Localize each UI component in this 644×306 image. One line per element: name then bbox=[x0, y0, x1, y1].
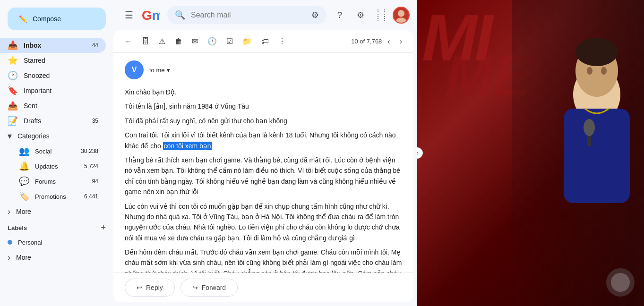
promotions-count: 6,441 bbox=[84, 193, 98, 200]
sidebar-item-forums[interactable]: 💬 Forums 94 bbox=[0, 174, 106, 189]
more-actions-button[interactable]: ⋮ bbox=[275, 34, 290, 49]
personal-label: Personal bbox=[18, 239, 42, 246]
stream-inner-circle bbox=[611, 273, 630, 292]
chevron-down-meta-icon: ▾ bbox=[167, 67, 170, 74]
stream-circle-decoration bbox=[606, 268, 635, 297]
delete-button[interactable]: 🗑 bbox=[171, 34, 186, 49]
svg-point-9 bbox=[587, 67, 592, 75]
search-icon[interactable]: 🔍 bbox=[175, 10, 185, 20]
stream-person-overlay bbox=[512, 0, 644, 306]
body-p5: Thằng bé rất thích xem bạn chơi game. Và… bbox=[125, 155, 402, 197]
labels-title: Labels bbox=[8, 224, 27, 231]
highlighted-text: con tôi xem bạn bbox=[163, 142, 212, 150]
sidebar-item-social[interactable]: 👥 Social 30,238 bbox=[0, 144, 106, 159]
sidebar-item-snoozed[interactable]: 🕐 Snoozed bbox=[0, 68, 106, 83]
body-p4: Con trai tôi. Tôi xin lỗi vì tôi biết kê… bbox=[125, 130, 402, 151]
svg-point-10 bbox=[601, 67, 607, 75]
updates-icon: 🔔 bbox=[19, 161, 29, 171]
categories-label: Categories bbox=[17, 132, 98, 140]
add-label-button[interactable]: + bbox=[101, 223, 106, 233]
sidebar-item-updates[interactable]: 🔔 Updates 5,724 bbox=[0, 159, 106, 174]
move-button[interactable]: 📁 bbox=[239, 34, 256, 49]
report-spam-button[interactable]: ⚠ bbox=[155, 34, 169, 49]
topbar-right: ? ⚙ ⋮⋮⋮⋮ bbox=[330, 6, 410, 25]
more-label: More bbox=[16, 208, 98, 215]
email-body: Xin chào bạn Độ. Tôi tên là [ẩn], sinh n… bbox=[125, 87, 402, 272]
reply-icon: ↩ bbox=[137, 284, 142, 291]
chevron-right2-icon: › bbox=[8, 253, 10, 263]
counter-text: 10 of 7,768 bbox=[351, 38, 382, 45]
sidebar-item-more2[interactable]: › More bbox=[0, 250, 106, 265]
archive-button[interactable]: 🗄 bbox=[138, 34, 153, 49]
help-button[interactable]: ? bbox=[330, 6, 349, 25]
forums-label: Forums bbox=[35, 178, 56, 185]
snoozed-icon: 🕐 bbox=[8, 70, 18, 81]
sidebar: ✏️ Compose 📥 Inbox 44 ⭐ Starred 🕐 Snooze… bbox=[0, 0, 113, 306]
chevron-down-icon: ▾ bbox=[8, 131, 12, 141]
apps-button[interactable]: ⋮⋮⋮⋮ bbox=[372, 6, 391, 25]
sidebar-item-drafts[interactable]: 📝 Drafts 35 bbox=[0, 113, 106, 128]
important-label: Important bbox=[24, 87, 98, 94]
body-p3: Tôi đã phải rất suy nghĩ, có nên gửi thư… bbox=[125, 116, 402, 126]
sidebar-item-sent[interactable]: 📤 Sent bbox=[0, 98, 106, 113]
sidebar-item-more[interactable]: › More bbox=[0, 204, 106, 219]
email-actions: ↩ Reply ↪ Forward bbox=[113, 272, 413, 302]
sidebar-item-categories[interactable]: ▾ Categories bbox=[0, 128, 106, 144]
app-logo: Gmail bbox=[141, 6, 160, 25]
snooze-button[interactable]: 🕐 bbox=[204, 34, 221, 49]
starred-label: Starred bbox=[24, 57, 98, 64]
inbox-label: Inbox bbox=[24, 42, 86, 49]
compose-button[interactable]: ✏️ Compose bbox=[8, 8, 106, 30]
prev-icon: ‹ bbox=[387, 37, 390, 46]
sidebar-item-starred[interactable]: ⭐ Starred bbox=[0, 53, 106, 68]
sidebar-item-promotions[interactable]: 🏷️ Promotions 6,441 bbox=[0, 189, 106, 204]
email-meta: to me ▾ bbox=[149, 67, 170, 74]
important-icon: 🔖 bbox=[8, 85, 18, 96]
label-button[interactable]: 🏷 bbox=[258, 34, 273, 49]
collapse-icon: ‹ bbox=[417, 150, 418, 156]
svg-point-12 bbox=[584, 119, 595, 136]
more-icon: ⋮ bbox=[278, 37, 286, 46]
mark-unread-button[interactable]: ✉ bbox=[188, 34, 202, 49]
snooze-icon: 🕐 bbox=[207, 37, 217, 46]
social-icon: 👥 bbox=[19, 146, 29, 156]
topbar: ☰ Gmail 🔍 ⚙ ? ⚙ ⋮⋮⋮⋮ bbox=[113, 0, 417, 30]
updates-label: Updates bbox=[35, 163, 58, 170]
updates-count: 5,724 bbox=[84, 163, 98, 170]
back-icon: ← bbox=[125, 37, 132, 46]
forward-button[interactable]: ↪ Forward bbox=[180, 279, 238, 297]
sidebar-item-inbox[interactable]: 📥 Inbox 44 bbox=[0, 38, 106, 53]
forward-label: Forward bbox=[202, 284, 226, 291]
settings-button[interactable]: ⚙ bbox=[351, 6, 370, 25]
promotions-label: Promotions bbox=[35, 193, 66, 200]
search-input[interactable] bbox=[191, 11, 306, 19]
back-button[interactable]: ← bbox=[121, 34, 136, 49]
prev-email-button[interactable]: ‹ bbox=[384, 34, 394, 49]
sidebar-item-important[interactable]: 🔖 Important bbox=[0, 83, 106, 98]
avatar[interactable] bbox=[393, 7, 410, 24]
svg-rect-6 bbox=[564, 109, 630, 203]
reply-button[interactable]: ↩ Reply bbox=[125, 279, 175, 297]
sender-avatar: V bbox=[125, 60, 144, 79]
archive-icon: 🗄 bbox=[142, 37, 149, 46]
hamburger-button[interactable]: ☰ bbox=[121, 6, 137, 25]
spam-icon: ⚠ bbox=[159, 37, 165, 46]
sent-label: Sent bbox=[24, 102, 98, 110]
starred-icon: ⭐ bbox=[8, 55, 18, 66]
inbox-count: 44 bbox=[92, 42, 98, 49]
task-button[interactable]: ☑ bbox=[223, 34, 237, 49]
snoozed-label: Snoozed bbox=[24, 72, 98, 79]
social-label: Social bbox=[35, 148, 52, 155]
search-bar: 🔍 ⚙ bbox=[167, 6, 326, 24]
personal-label-dot bbox=[8, 240, 12, 245]
mail-icon: ✉ bbox=[192, 37, 198, 46]
labels-section: Labels + bbox=[0, 219, 113, 235]
avatar-image bbox=[394, 7, 409, 24]
forward-icon: ↪ bbox=[192, 284, 198, 291]
body-p1: Xin chào bạn Độ. bbox=[125, 87, 402, 97]
next-email-button[interactable]: › bbox=[396, 34, 406, 49]
pencil-icon: ✏️ bbox=[19, 15, 27, 23]
sidebar-item-personal[interactable]: Personal bbox=[0, 235, 106, 250]
filter-icon[interactable]: ⚙ bbox=[311, 10, 319, 20]
forums-count: 94 bbox=[92, 178, 98, 185]
